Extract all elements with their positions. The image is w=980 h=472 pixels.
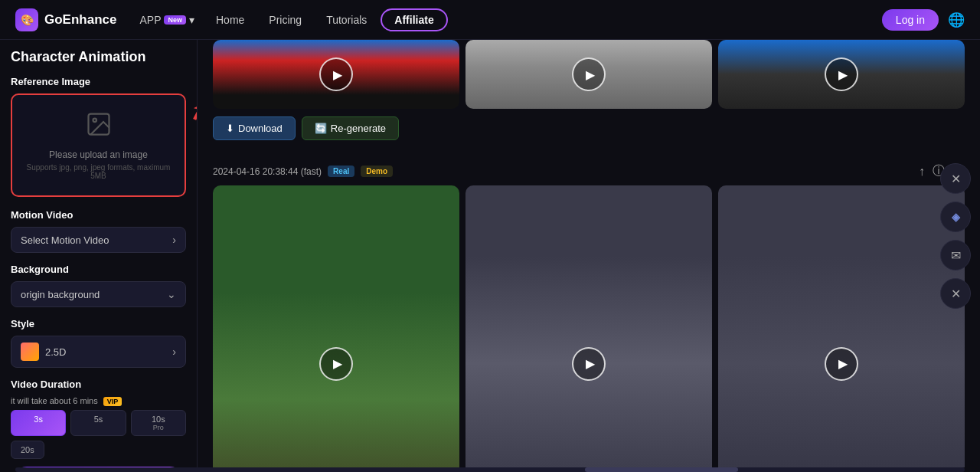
globe-icon[interactable]: 🌐 (948, 11, 965, 28)
motion-video-section: Motion Video Select Motion Video › (11, 209, 186, 253)
top-regenerate-button[interactable]: 🔄 Re-generate (302, 116, 399, 140)
nav-app-label: APP (139, 14, 161, 26)
style-inner: 2.5D (21, 343, 66, 361)
play-button-3[interactable]: ▶ (825, 57, 858, 91)
close-float-button-2[interactable]: ✕ (940, 278, 971, 309)
play-icon-3: ▶ (838, 67, 848, 82)
main-layout: Character Animation Reference Image Plea… (0, 40, 980, 467)
regenerate-icon-top: 🔄 (315, 123, 327, 134)
play-girl[interactable]: ▶ (572, 347, 606, 381)
nav-affiliate[interactable]: Affiliate (381, 8, 447, 31)
play-icon: ▶ (333, 67, 342, 82)
scrollbar-thumb (585, 467, 738, 472)
close-icon: ✕ (951, 172, 961, 186)
nav-pricing[interactable]: Pricing (258, 10, 312, 30)
duration-3s[interactable]: 3s (11, 410, 66, 436)
reference-image-upload[interactable]: Please upload an image Supports jpg, png… (11, 93, 186, 197)
logo[interactable]: 🎨 GoEnhance (15, 8, 116, 31)
entry-1-time: 2024-04-16 20:38:44 (fast) (213, 166, 322, 177)
video-duration-section: Video Duration it will take about 6 mins… (11, 379, 186, 459)
download-icon-top: ⬇ (226, 123, 234, 134)
chevron-right-style-icon: › (172, 346, 176, 358)
logo-icon: 🎨 (15, 8, 38, 31)
video-thumb-cat2[interactable]: ▶ (718, 185, 965, 467)
background-label: Background (11, 264, 186, 275)
content-area: ▶ ▶ ▶ ⬇ Download 🔄 Re-generate (198, 40, 980, 467)
entry-1-header: 2024-04-16 20:38:44 (fast) Real Demo ↑ ⓘ… (213, 154, 965, 179)
video-thumb-girl[interactable]: ▶ (466, 185, 712, 467)
badge-new: New (164, 15, 186, 25)
close-icon-2: ✕ (951, 287, 961, 301)
play-button-2[interactable]: ▶ (572, 57, 606, 91)
play-icon-2: ▶ (586, 67, 595, 82)
play-icon-cat1: ▶ (333, 356, 342, 371)
generation-entry-1: 2024-04-16 20:38:44 (fast) Real Demo ↑ ⓘ… (213, 154, 965, 467)
video-duration-label: Video Duration (11, 379, 186, 390)
arrow-indicator: ➚ (185, 97, 198, 127)
background-section: Background origin background ⌄ (11, 264, 186, 307)
duration-options: 3s 5s 10s Pro (11, 410, 186, 436)
header: 🎨 GoEnhance APP New ▾ Home Pricing Tutor… (0, 0, 980, 40)
upload-icon (85, 110, 113, 143)
nav-home[interactable]: Home (205, 10, 255, 30)
upload-hint: Supports jpg, png, jpeg formats, maximum… (20, 163, 177, 180)
login-button[interactable]: Log in (882, 9, 939, 31)
tag-real-1: Real (328, 166, 354, 177)
top-download-button[interactable]: ⬇ Download (213, 116, 296, 140)
style-label: Style (11, 318, 186, 329)
duration-5s[interactable]: 5s (70, 410, 126, 436)
top-partial-buttons: ⬇ Download 🔄 Re-generate (213, 116, 965, 140)
ref-image-label: Reference Image (11, 76, 186, 87)
play-icon-girl: ▶ (586, 356, 595, 371)
entry-1-video-grid: ▶ ▶ ▶ (213, 185, 965, 467)
motion-video-label: Motion Video (11, 209, 186, 221)
style-section: Style 2.5D › (11, 318, 186, 368)
discord-icon: ◈ (952, 211, 960, 223)
sidebar: Character Animation Reference Image Plea… (0, 40, 198, 467)
bottom-scrollbar[interactable] (15, 467, 965, 472)
page-title: Character Animation (11, 49, 186, 65)
discord-float-button[interactable]: ◈ (940, 202, 971, 232)
video-thumb-cat1[interactable]: ▶ (213, 185, 459, 467)
header-right: Log in 🌐 (882, 9, 965, 31)
reference-image-section: Reference Image Please upload an image S… (11, 76, 186, 197)
play-icon-cat2: ▶ (838, 356, 848, 371)
background-select[interactable]: origin background ⌄ (11, 281, 186, 307)
video-thumb-legs3: ▶ (718, 40, 965, 109)
motion-video-value: Select Motion Video (21, 234, 109, 246)
style-name: 2.5D (45, 346, 66, 358)
mail-float-button[interactable]: ✉ (940, 240, 971, 270)
tag-demo-1: Demo (361, 166, 393, 177)
nav: APP New ▾ Home Pricing Tutorials Affilia… (132, 8, 881, 31)
play-cat2[interactable]: ▶ (825, 347, 858, 381)
background-value: origin background (21, 289, 100, 300)
top-partial-row: ▶ ▶ ▶ (213, 40, 965, 109)
logo-text: GoEnhance (44, 12, 116, 28)
video-thumb-legs2: ▶ (466, 40, 712, 109)
play-cat1[interactable]: ▶ (319, 347, 353, 381)
video-thumb-legs1: ▶ (213, 40, 459, 109)
svg-point-1 (93, 119, 96, 123)
motion-video-select[interactable]: Select Motion Video › (11, 227, 186, 253)
style-select[interactable]: 2.5D › (11, 336, 186, 368)
nav-app-item[interactable]: APP New ▾ (132, 10, 202, 30)
share-button-1[interactable]: ↑ (919, 165, 925, 179)
style-thumbnail (21, 343, 39, 361)
nav-tutorials[interactable]: Tutorials (315, 10, 377, 30)
chevron-down-bg-icon: ⌄ (167, 288, 176, 300)
chevron-right-icon: › (172, 234, 176, 246)
duration-hint: it will take about 6 mins VIP (11, 396, 186, 405)
vip-badge: VIP (103, 397, 122, 406)
close-float-button[interactable]: ✕ (940, 163, 971, 194)
upload-text: Please upload an image (49, 149, 148, 160)
duration-20s[interactable]: 20s (11, 441, 44, 459)
duration-10s[interactable]: 10s Pro (131, 410, 186, 436)
floating-actions: ✕ ◈ ✉ ✕ (940, 163, 971, 309)
mail-icon: ✉ (951, 248, 961, 263)
chevron-down-icon: ▾ (189, 14, 194, 26)
play-button[interactable]: ▶ (319, 57, 353, 91)
